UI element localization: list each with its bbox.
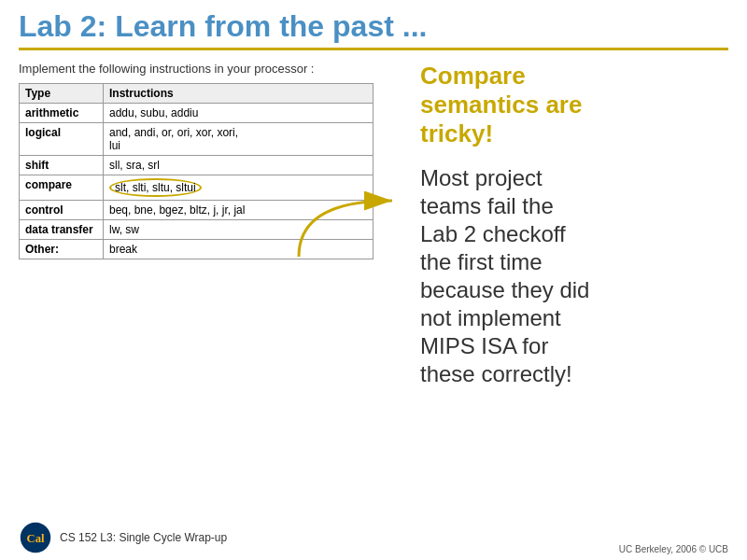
cal-logo-icon: Cal	[19, 521, 52, 554]
project-line4: the first time	[420, 249, 543, 274]
right-panel: Compare semantics are tricky! Most proje…	[420, 62, 728, 388]
main-content: Implement the following instructions in …	[0, 62, 747, 388]
compare-box: Compare semantics are tricky!	[420, 62, 728, 149]
project-line7: MIPS ISA for	[420, 333, 548, 358]
compare-line2: semantics are	[420, 91, 728, 119]
footer-left: Cal CS 152 L3: Single Cycle Wrap-up	[19, 521, 227, 554]
subtitle: Implement the following instructions in …	[19, 62, 411, 76]
compare-line3: tricky!	[420, 119, 728, 148]
project-description: Most project teams fail the Lab 2 checko…	[420, 164, 728, 388]
project-line3: Lab 2 checkoff	[420, 221, 566, 246]
project-line6: not implement	[420, 305, 561, 330]
type-cell: arithmetic	[20, 104, 104, 123]
footer: Cal CS 152 L3: Single Cycle Wrap-up UC B…	[0, 521, 747, 554]
table-header-row: Type Instructions	[20, 84, 374, 104]
instr-cell: and, andi, or, ori, xor, xori,lui	[104, 123, 374, 156]
type-cell: shift	[20, 156, 104, 175]
type-cell: logical	[20, 123, 104, 156]
type-cell-other: Other:	[20, 240, 104, 259]
table-row: shift sll, sra, srl	[20, 156, 374, 175]
footer-copyright: UC Berkeley, 2006 © UCB	[619, 544, 728, 554]
type-cell: data transfer	[20, 220, 104, 240]
project-line1: Most project	[420, 165, 543, 190]
project-line2: teams fail the	[420, 193, 554, 218]
project-line8: these correctly!	[420, 361, 572, 386]
table-row: logical and, andi, or, ori, xor, xori,lu…	[20, 123, 374, 156]
footer-course-label: CS 152 L3: Single Cycle Wrap-up	[60, 531, 227, 544]
col-instr-header: Instructions	[104, 84, 374, 104]
project-line5: because they did	[420, 277, 589, 302]
header: Lab 2: Learn from the past ...	[0, 0, 747, 50]
instr-cell: addu, subu, addiu	[104, 104, 374, 123]
svg-text:Cal: Cal	[27, 532, 45, 545]
table-row: arithmetic addu, subu, addiu	[20, 104, 374, 123]
page-title: Lab 2: Learn from the past ...	[19, 9, 728, 44]
arrow-icon	[289, 191, 402, 266]
title-underline	[19, 48, 728, 50]
col-type-header: Type	[20, 84, 104, 104]
type-cell: control	[20, 201, 104, 220]
instr-cell: sll, sra, srl	[104, 156, 374, 175]
slt-oval-highlight: slt, slti, sltu, sltui	[109, 178, 202, 197]
type-cell-compare: compare	[20, 175, 104, 201]
compare-line1: Compare	[420, 62, 728, 91]
